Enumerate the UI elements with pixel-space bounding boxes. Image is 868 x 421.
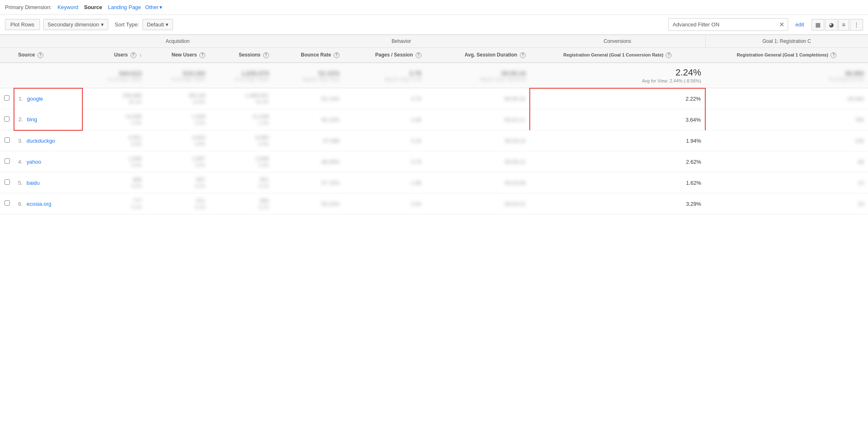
view-pie-button[interactable]: ◕: [825, 19, 838, 31]
view-table-button[interactable]: ▦: [812, 19, 824, 31]
row-checkbox[interactable]: [4, 95, 9, 101]
row-sessions: 851 0.1%: [209, 172, 273, 193]
source-link[interactable]: bing: [27, 116, 37, 122]
summary-completions: 36,560 % of Total: 91.8%: [705, 63, 868, 88]
row-source: 2. bing: [14, 109, 82, 130]
row-number: 2.: [19, 116, 23, 122]
source-link[interactable]: duckduckgo: [26, 138, 55, 144]
nav-other[interactable]: Other ▾: [145, 4, 162, 10]
row-checkbox[interactable]: [5, 137, 10, 143]
source-help-icon[interactable]: ?: [37, 52, 43, 58]
row-new-users: 611 0.1%: [146, 193, 209, 214]
primary-dimension-nav: Primary Dimension: Keyword Source Landin…: [0, 0, 868, 15]
row-checkbox[interactable]: [5, 200, 10, 206]
users-help-icon[interactable]: ?: [131, 52, 136, 58]
row-users: 14,006 2.5%: [82, 109, 146, 130]
source-col-header[interactable]: Source ?: [14, 48, 82, 63]
acquisition-group-header: Acquisition: [82, 35, 273, 48]
row-conversion-rate: 1.62%: [530, 172, 705, 193]
row-new-users: 1,009 0.2%: [146, 109, 209, 130]
col-header-row: Source ? Users ? ↓ New Users ? Sessions …: [0, 48, 868, 63]
row-conversion-rate: 2.62%: [530, 151, 705, 172]
source-link[interactable]: google: [27, 96, 43, 102]
secondary-dim-chevron-icon: ▾: [101, 21, 104, 28]
source-link[interactable]: yahoo: [26, 159, 41, 165]
row-completions: 29: [705, 193, 868, 214]
table-row: 2. bing 14,006 2.5% 1,009 0.2% 21,049 1.…: [0, 109, 868, 130]
sessions-help-icon[interactable]: ?: [263, 52, 269, 58]
new-users-help-icon[interactable]: ?: [199, 52, 205, 58]
primary-dimension-label: Primary Dimension:: [5, 4, 51, 10]
row-number: 3.: [18, 138, 23, 144]
row-pages-session: 1.98: [344, 172, 426, 193]
row-checkbox[interactable]: [5, 158, 10, 164]
summary-checkbox: [0, 63, 14, 88]
sort-type-dropdown[interactable]: Default ▾: [143, 19, 173, 30]
summary-new-users: 519,192 % of Total: 100%: [146, 63, 209, 88]
source-group-header: [14, 35, 82, 48]
source-link[interactable]: ecosia.org: [26, 201, 51, 207]
reg-completions-col-header[interactable]: Registration General (Goal 1 Completions…: [705, 48, 868, 63]
toolbar: Plot Rows Secondary dimension ▾ Sort Typ…: [0, 15, 868, 35]
sessions-col-header[interactable]: Sessions ?: [209, 48, 273, 63]
checkbox-header: [0, 35, 14, 48]
view-icons-group: ▦ ◕ ≡ ⋮: [812, 19, 863, 31]
reg-completions-help-icon[interactable]: ?: [831, 52, 836, 58]
goal-group-header: Goal 1: Registration C: [705, 35, 868, 48]
pages-help-icon[interactable]: ?: [416, 52, 421, 58]
table-row: 4. yahoo 1,948 0.3% 1,097 0.2% 2,668 0.2…: [0, 151, 868, 172]
row-sessions: 21,049 1.3%: [209, 109, 273, 130]
view-more-button[interactable]: ⋮: [850, 19, 863, 31]
summary-pages: 3.76 Avg for View: 3.76: [344, 63, 426, 88]
row-sessions: 2,668 0.2%: [209, 151, 273, 172]
summary-avg-session: 00:05:19 Avg for View: 00:05:19: [426, 63, 530, 88]
plot-rows-button[interactable]: Plot Rows: [5, 19, 40, 30]
row-bounce-rate: 57.088: [273, 130, 344, 151]
row-checkbox[interactable]: [4, 116, 9, 122]
row-conversion-rate: 3.29%: [530, 193, 705, 214]
avg-session-help-icon[interactable]: ?: [520, 52, 526, 58]
filter-clear-button[interactable]: ✕: [776, 19, 788, 31]
summary-conversion-rate: 2.24% Avg for View: 2.44% (-8.56%): [530, 63, 705, 88]
row-pages-session: 3.76: [344, 151, 426, 172]
sort-type-label: Sort Type:: [115, 21, 139, 28]
new-users-col-header[interactable]: New Users ?: [146, 48, 209, 63]
nav-source[interactable]: Source: [82, 3, 104, 11]
reg-rate-col-header[interactable]: Registration General (Goal 1 Conversion …: [530, 48, 705, 63]
data-table: Acquisition Behavior Conversions Goal 1:…: [0, 35, 868, 214]
table-row: 3. duckduckgo 4,951 0.9% 4,003 0.8% 6,58…: [0, 130, 868, 151]
row-completions: 26,400: [705, 88, 868, 109]
row-new-users: 1,097 0.2%: [146, 151, 209, 172]
row-checkbox[interactable]: [5, 179, 10, 185]
nav-keyword[interactable]: Keyword: [56, 3, 80, 11]
summary-source: [14, 63, 82, 88]
row-new-users: 4,003 0.8%: [146, 130, 209, 151]
row-source: 1. google: [14, 88, 82, 109]
sort-chevron-icon: ▾: [166, 21, 168, 28]
table-row: 6. ecosia.org 777 0.1% 611 0.1% 880 0.1%…: [0, 193, 868, 214]
avg-session-col-header[interactable]: Avg. Session Duration ?: [426, 48, 530, 63]
bounce-rate-col-header[interactable]: Bounce Rate ?: [273, 48, 344, 63]
edit-filter-link[interactable]: edit: [795, 21, 804, 28]
bounce-help-icon[interactable]: ?: [334, 52, 339, 58]
row-avg-session: 00:02:11: [426, 109, 530, 130]
nav-landing-page[interactable]: Landing Page: [106, 3, 143, 11]
row-bounce-rate: 58.10%: [273, 109, 344, 130]
row-avg-session: 00:05:12: [426, 151, 530, 172]
source-link[interactable]: baidu: [26, 180, 40, 186]
row-users: 777 0.1%: [82, 193, 146, 214]
row-bounce-rate: 52.14%: [273, 88, 344, 109]
advanced-filter-box: ✕: [668, 18, 788, 31]
row-users: 4,951 0.9%: [82, 130, 146, 151]
reg-rate-help-icon[interactable]: ?: [666, 52, 671, 58]
view-list-button[interactable]: ≡: [838, 19, 849, 31]
row-bounce-rate: 48.09%: [273, 151, 344, 172]
row-number: 4.: [18, 159, 23, 165]
row-avg-session: 00:05:18: [426, 88, 530, 109]
row-number: 1.: [19, 96, 23, 102]
row-new-users: 661,69 12.8%: [146, 88, 209, 109]
pages-session-col-header[interactable]: Pages / Session ?: [344, 48, 426, 63]
advanced-filter-input[interactable]: [669, 19, 776, 30]
users-col-header[interactable]: Users ? ↓: [82, 48, 146, 63]
secondary-dimension-dropdown[interactable]: Secondary dimension ▾: [43, 19, 108, 30]
